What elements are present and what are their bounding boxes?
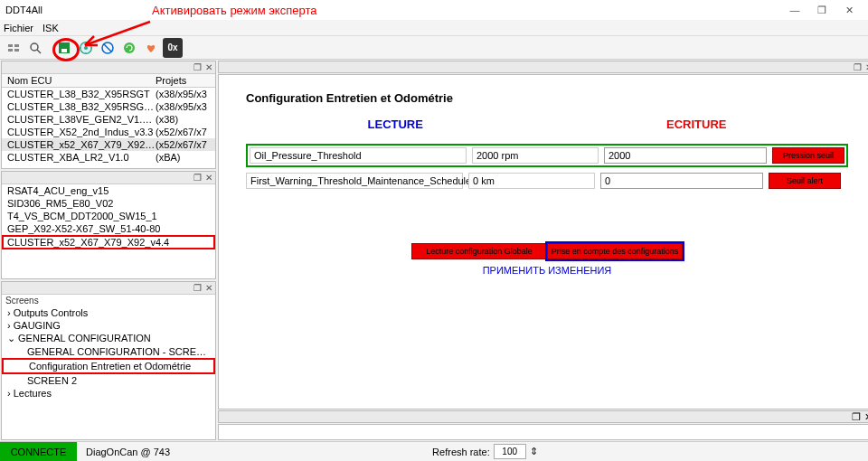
list-item[interactable]: GEP_X92-X52-X67_SW_51-40-80 xyxy=(2,222,215,235)
content-header: ❐✕ xyxy=(218,61,868,73)
ecriture-label: ECRITURE xyxy=(666,118,726,131)
close-icon[interactable]: ✕ xyxy=(205,62,212,72)
annotation-arrow-icon xyxy=(80,20,152,51)
tree-item[interactable]: › Lectures xyxy=(2,387,215,400)
menu-file[interactable]: Fichier xyxy=(4,23,33,33)
search-icon[interactable] xyxy=(25,38,45,58)
right-area: ❐✕ Configuration Entretien et Odométrie … xyxy=(217,60,868,441)
list-item[interactable]: T4_VS_BCM_DDT2000_SW15_1 xyxy=(2,210,215,222)
db-icon[interactable] xyxy=(4,38,24,58)
svg-point-4 xyxy=(31,43,38,51)
read-config-button[interactable]: Lecture configuration Globale xyxy=(411,243,547,259)
screens-pane: ❐✕ Screens › Outputs Controls › GAUGING … xyxy=(1,281,216,440)
list-item[interactable]: RSAT4_ACU_eng_v15 xyxy=(2,184,215,197)
apply-config-button[interactable]: Prise en compte des configurations xyxy=(547,243,683,259)
titlebar: DDT4All — ❐ ✕ xyxy=(0,0,868,20)
close-icon[interactable]: ✕ xyxy=(205,283,212,293)
dock-icon[interactable]: ❐ xyxy=(852,411,861,423)
list-item-selected[interactable]: CLUSTER_x52_X67_X79_X92_v4.4 xyxy=(2,235,215,249)
tree-item[interactable]: GENERAL CONFIGURATION - SCREEN 1 xyxy=(2,345,215,358)
table-header: Nom ECUProjets xyxy=(2,74,215,88)
content-footer: ❐✕ xyxy=(218,410,868,423)
log-pane xyxy=(218,424,868,440)
svg-rect-2 xyxy=(8,49,13,52)
param-row: Oil_Pressure_Threshold 2000 rpm Pression… xyxy=(246,144,848,167)
close-icon[interactable]: ✕ xyxy=(205,173,212,183)
tree-item[interactable]: ⌄ GENERAL CONFIGURATION xyxy=(2,332,215,345)
stepper-icon[interactable]: ⇕ xyxy=(530,446,538,457)
app-title: DDT4All xyxy=(5,5,781,15)
dock-icon[interactable]: ❐ xyxy=(193,62,202,72)
tree-item[interactable]: SCREEN 2 xyxy=(2,374,215,387)
param-label: First_Warning_Threshold_Maintenance_Sche… xyxy=(246,173,463,189)
write-button[interactable]: Pression seuil xyxy=(772,147,844,164)
content-pane: Configuration Entretien et Odométrie LEC… xyxy=(218,74,868,409)
tree-item[interactable]: › Outputs Controls xyxy=(2,306,215,319)
connection-status: CONNECTE xyxy=(0,442,77,461)
param-row: First_Warning_Threshold_Maintenance_Sche… xyxy=(246,173,848,189)
apply-note: ПРИМЕНИТЬ ИЗМЕНЕНИЯ xyxy=(246,265,848,276)
adapter-label: DiagOnCan @ 743 xyxy=(80,447,175,457)
table-row[interactable]: CLUSTER_X52_2nd_Indus_v3.3(x52/x67/x7 xyxy=(2,126,215,138)
ecu-pane: ❐✕ Nom ECUProjets CLUSTER_L38_B32_X95RSG… xyxy=(1,61,216,169)
screens-tree[interactable]: › Outputs Controls › GAUGING ⌄ GENERAL C… xyxy=(2,306,215,400)
close-icon[interactable]: ✕ xyxy=(864,411,868,423)
dock-icon[interactable]: ❐ xyxy=(193,283,202,293)
minimize-button[interactable]: — xyxy=(781,2,808,18)
dock-icon[interactable]: ❐ xyxy=(193,173,202,183)
menu-isk[interactable]: ISK xyxy=(42,23,59,33)
list-item[interactable]: SID306_RM5_E80_V02 xyxy=(2,197,215,210)
refresh-input[interactable] xyxy=(494,444,526,459)
refresh-label: Refresh rate: xyxy=(432,447,490,457)
param-read-value: 0 km xyxy=(468,173,595,189)
dock-icon[interactable]: ❐ xyxy=(854,62,862,72)
svg-rect-0 xyxy=(8,44,13,47)
annotation-text: Активировать режим эксперта xyxy=(152,4,316,17)
hex-icon[interactable]: 0x xyxy=(163,38,183,58)
table-row[interactable]: CLUSTER_x52_X67_X79_X92_v4.4(x52/x67/x7 xyxy=(2,138,215,151)
pane-title: Screens xyxy=(2,295,215,306)
page-title: Configuration Entretien et Odométrie xyxy=(246,91,848,105)
main-area: ❐✕ Nom ECUProjets CLUSTER_L38_B32_X95RSG… xyxy=(0,60,868,441)
column-headers: LECTURE ECRITURE xyxy=(246,118,848,131)
param-write-input[interactable] xyxy=(600,173,763,189)
refresh-control: Refresh rate: ⇕ xyxy=(432,444,538,459)
pane-header: ❐✕ xyxy=(2,282,215,295)
pane-header: ❐✕ xyxy=(2,172,215,184)
loaded-list[interactable]: RSAT4_ACU_eng_v15 SID306_RM5_E80_V02 T4_… xyxy=(2,184,215,249)
lecture-label: LECTURE xyxy=(368,118,423,131)
svg-rect-1 xyxy=(14,44,19,47)
loaded-pane: ❐✕ RSAT4_ACU_eng_v15 SID306_RM5_E80_V02 … xyxy=(1,171,216,279)
pane-header: ❐✕ xyxy=(2,61,215,74)
param-read-value: 2000 rpm xyxy=(472,147,599,164)
table-row[interactable]: CLUSTER_L38VE_GEN2_V1.07_CHN(x38) xyxy=(2,113,215,126)
action-buttons: Lecture configuration Globale Prise en c… xyxy=(246,243,848,259)
param-label: Oil_Pressure_Threshold xyxy=(250,147,467,164)
tree-item[interactable]: › GAUGING xyxy=(2,319,215,332)
table-row[interactable]: CLUSTER_L38_B32_X95RSGT(x38/x95/x3 xyxy=(2,88,215,100)
statusbar: CONNECTE DiagOnCan @ 743 Refresh rate: ⇕ xyxy=(0,441,868,461)
save-icon[interactable] xyxy=(54,38,74,58)
write-button[interactable]: Seuil alert xyxy=(769,173,841,189)
ecu-table[interactable]: Nom ECUProjets CLUSTER_L38_B32_X95RSGT(x… xyxy=(2,74,215,164)
close-button[interactable]: ✕ xyxy=(835,2,863,18)
svg-rect-3 xyxy=(14,49,19,52)
left-sidebar: ❐✕ Nom ECUProjets CLUSTER_L38_B32_X95RSG… xyxy=(0,60,217,441)
maximize-button[interactable]: ❐ xyxy=(808,2,835,18)
svg-rect-6 xyxy=(61,49,67,52)
param-write-input[interactable] xyxy=(604,147,767,164)
tree-item-selected[interactable]: Configuration Entretien et Odométrie xyxy=(2,358,215,374)
table-row[interactable]: CLUSTER_XBA_LR2_V1.0(xBA) xyxy=(2,151,215,164)
table-row[interactable]: CLUSTER_L38_B32_X95RSGT_V6.0(x38/x95/x3 xyxy=(2,100,215,113)
